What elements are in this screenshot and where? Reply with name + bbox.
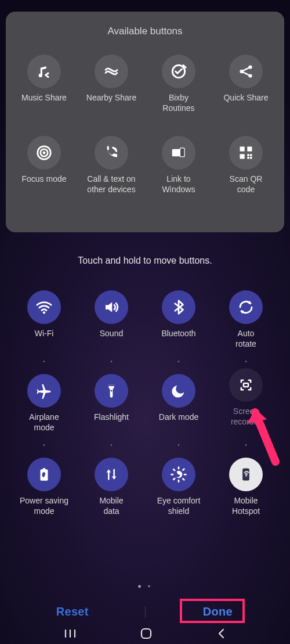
focus-mode-icon	[27, 136, 61, 170]
tile-label: Flashlight	[94, 412, 129, 433]
svg-point-21	[111, 390, 113, 392]
move-hint: Touch and hold to move buttons.	[0, 256, 290, 266]
tile-label: Dark mode	[159, 412, 198, 433]
tile-screen-recorder[interactable]: Screen recorder	[212, 374, 280, 433]
svg-rect-20	[108, 385, 114, 386]
tile-label: Eye comfort shield	[157, 496, 201, 517]
mobile-data-icon	[95, 458, 128, 491]
tile-mobile-hotspot[interactable]: Mobile Hotspot	[212, 458, 280, 517]
tile-sound[interactable]: Sound	[78, 290, 145, 350]
svg-rect-26	[242, 469, 249, 481]
tile-focus-mode[interactable]: Focus mode	[10, 136, 78, 195]
nav-bar	[0, 623, 290, 644]
tile-label: Nearby Share	[86, 93, 136, 114]
quick-settings-grid: Wi-Fi Sound Bluetooth Auto rotate ••••	[10, 290, 280, 517]
bixby-routines-icon	[162, 55, 195, 88]
tile-label: Screen recorder	[231, 406, 261, 427]
tile-airplane-mode[interactable]: Airplane mode	[10, 374, 78, 433]
tile-label: Bluetooth	[161, 329, 195, 350]
svg-rect-24	[43, 468, 45, 470]
tile-bixby-routines[interactable]: Bixby Routines	[145, 55, 212, 114]
tile-bluetooth[interactable]: Bluetooth	[145, 290, 212, 350]
svg-rect-18	[250, 157, 252, 159]
tile-label: Mobile data	[99, 496, 123, 517]
tile-auto-rotate[interactable]: Auto rotate	[212, 290, 280, 350]
tile-nearby-share[interactable]: Nearby Share	[78, 55, 145, 114]
screen-recorder-icon	[229, 368, 263, 402]
flashlight-icon	[95, 374, 128, 408]
tile-dark-mode[interactable]: Dark mode	[145, 374, 212, 433]
tile-label: Quick Share	[223, 93, 268, 114]
tile-music-share[interactable]: Music Share	[10, 55, 78, 114]
done-button[interactable]: Done	[146, 605, 291, 618]
page-indicator: ● •	[0, 582, 290, 589]
wifi-icon	[27, 290, 61, 324]
tile-wifi[interactable]: Wi-Fi	[10, 290, 78, 350]
airplane-icon	[27, 374, 61, 408]
tile-flashlight[interactable]: Flashlight	[78, 374, 145, 433]
available-buttons-title: Available buttons	[10, 26, 280, 37]
tile-label: Scan QR code	[230, 174, 263, 195]
tile-label: Airplane mode	[29, 412, 59, 433]
tile-label: Music Share	[21, 93, 67, 114]
qr-icon	[229, 136, 263, 170]
dark-mode-icon	[162, 374, 195, 408]
svg-point-27	[245, 475, 247, 477]
svg-rect-14	[240, 154, 245, 159]
bottom-bar: Reset Done	[0, 605, 290, 618]
music-share-icon	[27, 55, 61, 88]
tile-mobile-data[interactable]: Mobile data	[78, 458, 145, 517]
reset-button[interactable]: Reset	[0, 605, 145, 618]
auto-rotate-icon	[229, 290, 263, 324]
link-to-windows-icon	[162, 136, 195, 170]
svg-point-19	[43, 311, 45, 314]
svg-rect-22	[244, 383, 248, 387]
tile-label: Link to Windows	[162, 174, 195, 195]
svg-rect-11	[180, 149, 184, 157]
home-button[interactable]	[140, 627, 153, 640]
nearby-share-icon	[95, 55, 128, 88]
svg-rect-12	[240, 147, 245, 152]
tile-label: Mobile Hotspot	[232, 496, 260, 517]
svg-rect-15	[247, 154, 249, 156]
mobile-hotspot-icon	[229, 458, 263, 491]
tile-label: Power saving mode	[20, 496, 68, 517]
available-buttons-grid: Music Share Nearby Share Bixby Routines …	[10, 55, 280, 195]
svg-rect-28	[142, 629, 151, 638]
eye-comfort-icon	[162, 458, 195, 491]
quick-settings-editor: Wi-Fi Sound Bluetooth Auto rotate ••••	[10, 290, 280, 517]
recents-button[interactable]	[63, 628, 77, 639]
back-button[interactable]	[216, 628, 227, 639]
tile-scan-qr[interactable]: Scan QR code	[212, 136, 280, 195]
sound-icon	[95, 290, 128, 324]
tile-label: Focus mode	[21, 174, 66, 195]
available-buttons-panel: Available buttons Music Share Nearby Sha…	[6, 12, 284, 232]
tile-label: Bixby Routines	[162, 93, 194, 114]
tile-label: Sound	[100, 329, 123, 350]
power-saving-icon	[27, 458, 61, 491]
tile-link-to-windows[interactable]: Link to Windows	[145, 136, 212, 195]
tile-eye-comfort[interactable]: Eye comfort shield	[145, 458, 212, 517]
svg-rect-17	[247, 157, 249, 159]
bluetooth-icon	[162, 290, 195, 324]
tile-call-text-other-devices[interactable]: Call & text on other devices	[78, 136, 145, 195]
tile-label: Wi-Fi	[35, 329, 54, 350]
quick-share-icon	[229, 55, 263, 88]
tile-quick-share[interactable]: Quick Share	[212, 55, 280, 114]
svg-point-8	[43, 152, 46, 154]
tile-power-saving[interactable]: Power saving mode	[10, 458, 78, 517]
call-text-icon	[95, 136, 128, 170]
tile-label: Auto rotate	[235, 329, 256, 350]
svg-rect-13	[247, 147, 252, 152]
tile-label: Call & text on other devices	[87, 174, 135, 195]
svg-rect-16	[250, 154, 252, 156]
